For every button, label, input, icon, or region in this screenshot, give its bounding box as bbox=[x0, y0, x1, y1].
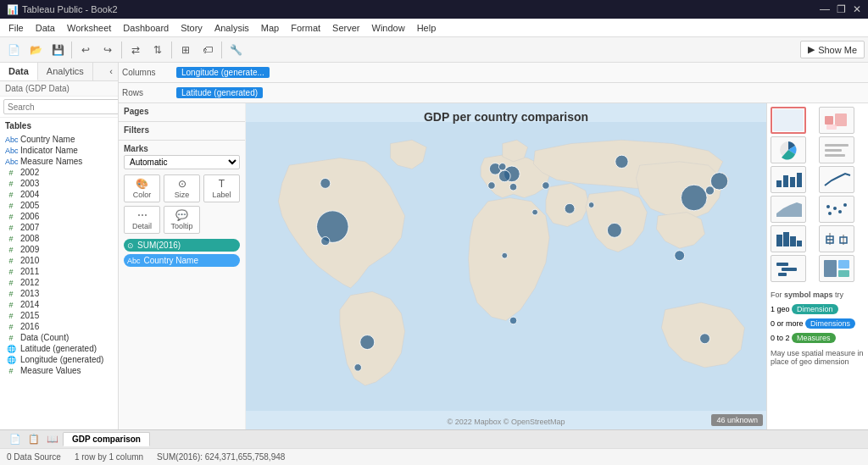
new-dashboard-btn[interactable]: 📋 bbox=[25, 433, 42, 446]
field-2008[interactable]: # 2008 bbox=[5, 233, 113, 244]
dim-icon: Abc bbox=[5, 136, 17, 144]
field-2003[interactable]: # 2003 bbox=[5, 178, 113, 189]
chart-boxplot[interactable] bbox=[819, 225, 854, 252]
sheet-tab-gdp[interactable]: GDP comparison bbox=[63, 432, 150, 446]
center-right: Columns Longitude (generate... Rows Lati… bbox=[119, 63, 868, 429]
or-more-text: 0 or more bbox=[771, 319, 805, 328]
data-source-status[interactable]: 0 Data Source bbox=[7, 452, 61, 462]
svg-rect-37 bbox=[825, 149, 842, 152]
minimize-btn[interactable]: — bbox=[820, 3, 830, 15]
svg-point-48 bbox=[833, 207, 837, 210]
marks-detail-btn[interactable]: ⋯ Detail bbox=[124, 206, 160, 234]
field-2004[interactable]: # 2004 bbox=[5, 189, 113, 200]
chart-filled-map[interactable] bbox=[819, 107, 854, 134]
map-container[interactable]: GDP per country comparison bbox=[246, 103, 766, 429]
undo-btn[interactable]: ↩ bbox=[75, 40, 96, 60]
field-measure-names[interactable]: Abc Measure Names bbox=[5, 156, 113, 167]
svg-point-19 bbox=[509, 183, 517, 191]
field-2012[interactable]: # 2012 bbox=[5, 277, 113, 288]
field-latitude[interactable]: 🌐 Latitude (generated) bbox=[5, 343, 113, 354]
field-data-count[interactable]: # Data (Count) bbox=[5, 332, 113, 343]
menu-help[interactable]: Help bbox=[412, 21, 442, 35]
field-measure-values[interactable]: # Measure Values bbox=[5, 365, 113, 376]
tab-analytics[interactable]: Analytics bbox=[38, 63, 93, 80]
new-sheet-btn[interactable]: 📄 bbox=[7, 433, 24, 446]
chart-pie[interactable] bbox=[771, 136, 806, 163]
chart-histogram[interactable] bbox=[771, 225, 806, 252]
open-btn[interactable]: 📂 bbox=[25, 40, 46, 60]
redo-btn[interactable]: ↪ bbox=[97, 40, 118, 60]
new-btn[interactable]: 📄 bbox=[3, 40, 24, 60]
field-longitude[interactable]: 🌐 Longitude (generated) bbox=[5, 354, 113, 365]
rows-pill[interactable]: Latitude (generated) bbox=[176, 87, 263, 98]
svg-rect-44 bbox=[821, 169, 852, 191]
show-me-button[interactable]: ▶ Show Me bbox=[800, 41, 865, 58]
color-icon: 🎨 bbox=[136, 178, 148, 190]
field-2015[interactable]: # 2015 bbox=[5, 310, 113, 321]
separator-3 bbox=[171, 42, 172, 58]
marks-pill-country[interactable]: Abc Country Name bbox=[124, 254, 240, 267]
menu-window[interactable]: Window bbox=[367, 21, 410, 35]
fit-btn[interactable]: ⊞ bbox=[175, 40, 196, 60]
field-2007[interactable]: # 2007 bbox=[5, 222, 113, 233]
field-2010[interactable]: # 2010 bbox=[5, 255, 113, 266]
meas-icon: # bbox=[5, 323, 17, 331]
data-source-label[interactable]: Data (GDP Data) bbox=[0, 81, 118, 97]
chart-text[interactable] bbox=[819, 136, 854, 163]
field-2005[interactable]: # 2005 bbox=[5, 200, 113, 211]
chart-line[interactable] bbox=[819, 166, 854, 193]
field-country-name[interactable]: Abc Country Name bbox=[5, 134, 113, 145]
tab-data[interactable]: Data bbox=[0, 63, 38, 80]
marks-color-btn[interactable]: 🎨 Color bbox=[124, 174, 160, 202]
label-btn[interactable]: 🏷 bbox=[198, 40, 218, 60]
search-input[interactable] bbox=[3, 99, 119, 114]
field-2002[interactable]: # 2002 bbox=[5, 167, 113, 178]
field-2016[interactable]: # 2016 bbox=[5, 321, 113, 332]
menu-file[interactable]: File bbox=[3, 21, 29, 35]
new-story-btn[interactable]: 📖 bbox=[44, 433, 61, 446]
pages-label: Pages bbox=[124, 107, 240, 116]
chart-area[interactable] bbox=[771, 196, 806, 223]
chart-scatter[interactable] bbox=[819, 196, 854, 223]
menu-worksheet[interactable]: Worksheet bbox=[62, 21, 116, 35]
chart-gantt[interactable] bbox=[771, 255, 806, 282]
field-2014[interactable]: # 2014 bbox=[5, 299, 113, 310]
filters-section: Filters bbox=[119, 122, 245, 141]
field-label: 2014 bbox=[20, 300, 39, 309]
marks-pill-sum[interactable]: ⊙ SUM(2016) bbox=[124, 239, 240, 252]
menu-story[interactable]: Story bbox=[175, 21, 208, 35]
unknown-badge[interactable]: 46 unknown bbox=[711, 414, 763, 426]
menu-dashboard[interactable]: Dashboard bbox=[118, 21, 174, 35]
marks-type-select[interactable]: Automatic bbox=[124, 155, 240, 169]
svg-point-50 bbox=[843, 203, 847, 207]
marks-label-btn[interactable]: T Label bbox=[203, 174, 240, 202]
close-btn[interactable]: ✕ bbox=[853, 3, 861, 15]
menu-analysis[interactable]: Analysis bbox=[209, 21, 254, 35]
field-2006[interactable]: # 2006 bbox=[5, 211, 113, 222]
sort-btn[interactable]: ⇅ bbox=[147, 40, 168, 60]
field-2013[interactable]: # 2013 bbox=[5, 288, 113, 299]
meas-icon: # bbox=[5, 202, 17, 210]
field-2011[interactable]: # 2011 bbox=[5, 266, 113, 277]
field-indicator-name[interactable]: Abc Indicator Name bbox=[5, 145, 113, 156]
svg-point-10 bbox=[320, 178, 331, 188]
swap-btn[interactable]: ⇄ bbox=[125, 40, 146, 60]
field-2009[interactable]: # 2009 bbox=[5, 244, 113, 255]
restore-btn[interactable]: ❐ bbox=[837, 3, 846, 15]
mark-btn[interactable]: 🔧 bbox=[225, 40, 246, 60]
menu-map[interactable]: Map bbox=[256, 21, 284, 35]
chart-treemap[interactable] bbox=[819, 255, 854, 282]
marks-size-btn[interactable]: ⊙ Size bbox=[164, 174, 200, 202]
save-btn[interactable]: 💾 bbox=[47, 40, 68, 60]
marks-detail-label: Detail bbox=[132, 222, 152, 230]
chart-bar[interactable] bbox=[771, 166, 806, 193]
marks-tooltip-btn[interactable]: 💬 Tooltip bbox=[164, 206, 200, 234]
menu-data[interactable]: Data bbox=[31, 21, 60, 35]
columns-pill[interactable]: Longitude (generate... bbox=[176, 67, 270, 78]
chart-symbol-map[interactable] bbox=[771, 107, 806, 134]
menu-format[interactable]: Format bbox=[286, 21, 326, 35]
panel-collapse-arrow[interactable]: ‹ bbox=[104, 63, 118, 80]
to-2-text: 0 to 2 bbox=[771, 334, 792, 342]
menu-server[interactable]: Server bbox=[327, 21, 364, 35]
svg-rect-36 bbox=[825, 144, 849, 147]
